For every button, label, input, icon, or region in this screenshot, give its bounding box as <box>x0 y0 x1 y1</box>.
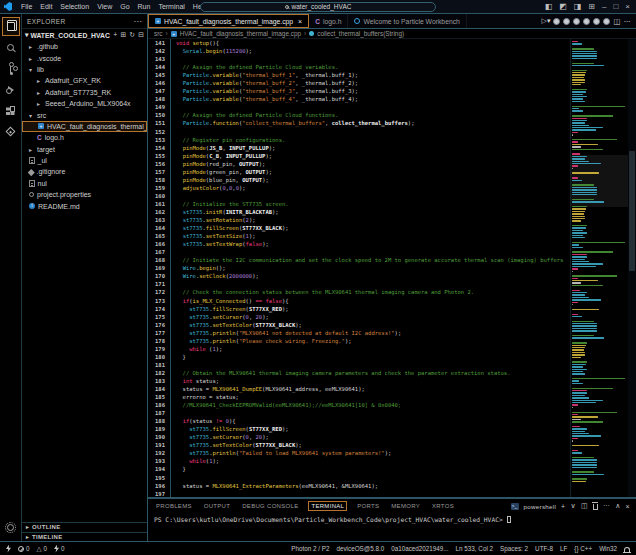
breadcrumb-item[interactable]: HVAC_fault_diagnosis_thermal_image.cpp <box>180 30 301 37</box>
notifications-bell-icon[interactable] <box>624 547 630 552</box>
status-utf-8[interactable]: UTF-8 <box>535 545 553 552</box>
terminal-dropdown-icon[interactable]: ∨ <box>571 502 576 510</box>
activity-particle[interactable] <box>2 122 20 141</box>
collapse-folders-icon[interactable]: ⊟ <box>138 31 144 39</box>
split-editor-icon[interactable]: ◫ <box>613 17 620 26</box>
vertical-scrollbar[interactable] <box>628 39 636 497</box>
status-photon-2-p2[interactable]: Photon 2 / P2 <box>291 545 329 552</box>
tree-item[interactable]: HVAC_fault_diagnosis_thermal_image.cpp <box>22 121 147 132</box>
close-tab-icon[interactable]: × <box>298 18 302 25</box>
new-folder-icon[interactable]: ⊞ <box>120 31 126 39</box>
maximize-panel-icon[interactable]: ∧ <box>615 502 620 510</box>
terminal[interactable]: PS C:\Users\kutlu\OneDrive\Documents\Par… <box>148 513 636 541</box>
panel-tab-problems[interactable]: PROBLEMS <box>154 502 194 510</box>
particle-compile-icon[interactable] <box>553 18 560 25</box>
status-deviceos-5-8-0[interactable]: deviceOS@5.8.0 <box>336 545 384 552</box>
tree-item[interactable]: ▸Adafruit_GFX_RK <box>22 75 147 86</box>
menu-selection[interactable]: Selection <box>56 3 93 10</box>
tree-item[interactable]: ▸.vscode <box>22 52 147 63</box>
particle-cloud-flash-icon[interactable] <box>583 18 590 25</box>
tree-item[interactable]: project.properties <box>22 189 147 200</box>
particle-login-icon[interactable] <box>603 18 610 25</box>
tree-item[interactable]: .gitignore <box>22 166 147 177</box>
particle-serial-monitor-icon[interactable] <box>593 18 600 25</box>
maximize-button[interactable]: □ <box>613 2 618 11</box>
panel-tab-ports[interactable]: PORTS <box>355 502 381 510</box>
toggle-sidebar-icon[interactable]: ◧ <box>545 2 553 11</box>
tree-root-folder[interactable]: ▾ WATER_COOLED_HVAC +⊞↻⊟ <box>22 29 147 41</box>
refresh-explorer-icon[interactable]: ↻ <box>129 31 135 39</box>
warnings-count[interactable]: △0 <box>37 545 48 552</box>
command-center-search[interactable]: water_cooled_HVAC <box>200 2 436 12</box>
panel-tab-debug-console[interactable]: DEBUG CONSOLE <box>240 502 300 510</box>
status-ln-533-col-2[interactable]: Ln 533, Col 2 <box>456 545 493 552</box>
activity-source-control[interactable] <box>2 59 20 78</box>
panel-tab-memory[interactable]: MEMORY <box>389 502 422 510</box>
particle-cloud-compile-icon[interactable] <box>573 18 580 25</box>
section-timeline[interactable]: ▸TIMELINE <box>22 532 147 542</box>
particle-flash-count[interactable]: 0 <box>54 545 65 553</box>
panel-tab-output[interactable]: OUTPUT <box>202 502 232 510</box>
tree-item[interactable]: nul <box>22 178 147 189</box>
new-file-icon[interactable]: + <box>113 31 117 39</box>
customize-layout-icon[interactable]: ⊞ <box>588 2 595 11</box>
menu-run[interactable]: Run <box>134 3 155 10</box>
status-lf[interactable]: LF <box>560 545 567 552</box>
tree-item[interactable]: ▸.github <box>22 41 147 52</box>
menu-file[interactable]: File <box>17 3 36 10</box>
activity-manage[interactable] <box>2 518 20 537</box>
activity-run-debug[interactable] <box>2 80 20 99</box>
minimize-button[interactable]: – <box>602 2 606 11</box>
menu-terminal[interactable]: Terminal <box>154 3 188 10</box>
split-terminal-icon[interactable]: ◫ <box>581 502 588 510</box>
tree-item[interactable]: ▾src <box>22 109 147 120</box>
tree-item[interactable]: logo.h <box>22 132 147 143</box>
status-spaces-2[interactable]: Spaces: 2 <box>500 545 528 552</box>
minimap-line <box>572 180 582 181</box>
new-terminal-icon[interactable]: + <box>561 503 565 510</box>
code-editor[interactable]: 141void setup(){142 Serial.begin(115200)… <box>148 39 636 497</box>
token: ); <box>295 442 302 448</box>
close-button[interactable]: × <box>625 2 630 11</box>
tree-item[interactable]: README.md <box>22 200 147 211</box>
scrollbar-thumb[interactable] <box>629 151 635 271</box>
tree-item[interactable]: _ul <box>22 155 147 166</box>
shell-label[interactable]: powershell <box>524 503 557 510</box>
status-win32[interactable]: Win32 <box>599 545 617 552</box>
toggle-panel-icon[interactable]: ◩ <box>559 2 567 11</box>
tree-item[interactable]: ▾lib <box>22 64 147 75</box>
minimap-line <box>572 340 627 341</box>
code-area[interactable]: 141void setup(){142 Serial.begin(115200)… <box>148 39 570 497</box>
menu-edit[interactable]: Edit <box>36 3 56 10</box>
kill-terminal-icon[interactable] <box>593 504 598 510</box>
activity-search[interactable] <box>2 38 20 57</box>
tab-welcome-to-particle-workbench[interactable]: Welcome to Particle Workbench <box>348 14 466 28</box>
activity-extensions[interactable] <box>2 101 20 120</box>
status--c-[interactable]: {} C++ <box>574 545 592 552</box>
menu-go[interactable]: Go <box>116 3 133 10</box>
minimap[interactable] <box>570 39 628 497</box>
more-actions-icon[interactable]: ⋯ <box>624 17 632 26</box>
line-number: 168 <box>148 256 170 264</box>
particle-local-flash-icon[interactable] <box>563 18 570 25</box>
tab-hvac-fault-diagnosis-thermal-image-cpp[interactable]: HVAC_fault_diagnosis_thermal_image.cpp× <box>148 14 309 28</box>
run-button[interactable]: ▷▾ <box>542 17 551 25</box>
breadcrumb-item[interactable]: src <box>154 30 163 37</box>
tree-item[interactable]: ▸Adafruit_ST7735_RK <box>22 87 147 98</box>
section-outline[interactable]: ▸OUTLINE <box>22 522 147 532</box>
tree-item[interactable]: ▸Seeed_Arduino_MLX9064x <box>22 98 147 109</box>
panel-tab-terminal[interactable]: TERMINAL <box>308 501 347 511</box>
activity-explorer[interactable] <box>2 17 20 36</box>
menu-view[interactable]: View <box>93 3 116 10</box>
errors-count[interactable]: 0 <box>18 545 30 552</box>
panel-tab-xrtos[interactable]: XRTOS <box>430 502 456 510</box>
explorer-more-icon[interactable]: ⋯ <box>134 17 142 26</box>
remote-indicator[interactable] <box>6 545 11 553</box>
close-panel-icon[interactable]: × <box>626 503 630 510</box>
status-0a10aced2021949-[interactable]: 0a10aced2021949... <box>391 545 448 552</box>
breadcrumb-item[interactable]: collect_thermal_buffers(String) <box>317 30 404 37</box>
tree-item[interactable]: ▸target <box>22 144 147 155</box>
tab-logo-h[interactable]: logo.h <box>309 14 348 28</box>
more-actions-icon[interactable]: ⋯ <box>603 502 610 510</box>
toggle-secondary-sidebar-icon[interactable]: ◨ <box>574 2 582 11</box>
